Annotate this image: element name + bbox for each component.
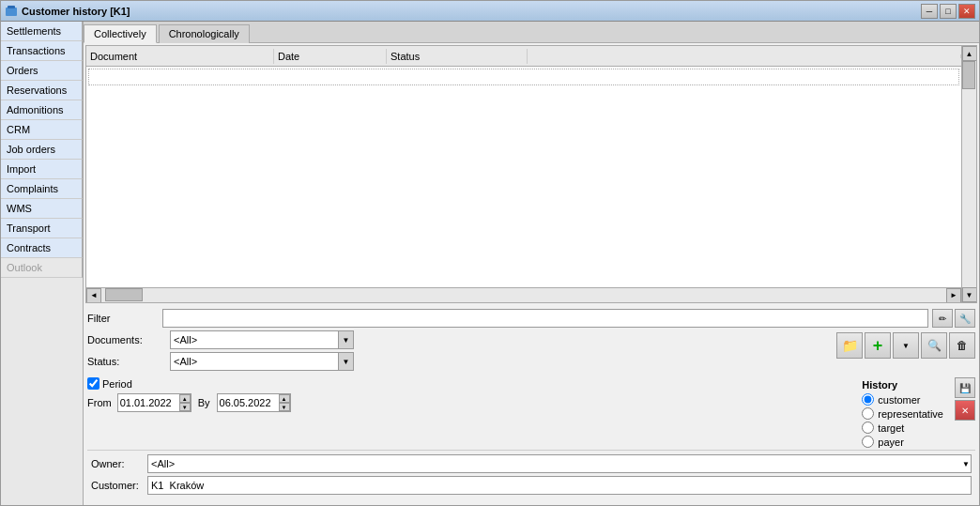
add-button[interactable]: + bbox=[865, 332, 891, 359]
status-input[interactable] bbox=[170, 352, 339, 371]
owner-select[interactable]: <All> bbox=[147, 454, 972, 473]
filter-input[interactable] bbox=[162, 309, 928, 328]
sidebar-item-complaints[interactable]: Complaints bbox=[1, 179, 83, 199]
scroll-left-button[interactable]: ◄ bbox=[86, 288, 101, 303]
scroll-right-button[interactable]: ► bbox=[946, 288, 961, 303]
add-dropdown-button[interactable]: ▼ bbox=[893, 332, 919, 359]
v-scroll-thumb[interactable] bbox=[962, 61, 975, 89]
filter-label: Filter bbox=[87, 313, 162, 324]
from-date-up[interactable]: ▲ bbox=[179, 394, 191, 403]
right-panel: Collectively Chronologically Document Da… bbox=[84, 22, 979, 505]
sidebar-item-transactions[interactable]: Transactions bbox=[1, 41, 83, 61]
history-customer-radio[interactable] bbox=[862, 393, 874, 406]
sidebar-item-reservations[interactable]: Reservations bbox=[1, 81, 83, 100]
main-window: Customer history [K1] ─ □ ✕ Settlements … bbox=[0, 0, 980, 506]
title-bar: Customer history [K1] ─ □ ✕ bbox=[1, 1, 979, 22]
cancel-side-button[interactable]: ✕ bbox=[955, 400, 975, 421]
scroll-down-button[interactable]: ▼ bbox=[962, 287, 977, 302]
v-scroll-track bbox=[962, 61, 976, 287]
period-checkbox[interactable] bbox=[87, 377, 100, 390]
owner-select-wrapper: <All> ▼ bbox=[147, 454, 972, 473]
title-bar-buttons: ─ □ ✕ bbox=[921, 4, 975, 19]
horizontal-scrollbar: ◄ ► bbox=[86, 287, 961, 302]
documents-combo: ▼ bbox=[170, 330, 354, 349]
period-dates-row: From ▲ ▼ By bbox=[87, 393, 854, 412]
sidebar-item-settlements[interactable]: Settlements bbox=[1, 22, 83, 41]
close-button[interactable]: ✕ bbox=[958, 4, 975, 19]
window-icon bbox=[5, 5, 18, 18]
sidebar-item-admonitions[interactable]: Admonitions bbox=[1, 100, 83, 120]
owner-label: Owner: bbox=[91, 458, 147, 469]
delete-button[interactable]: 🗑 bbox=[949, 332, 975, 359]
history-representative-radio[interactable] bbox=[862, 407, 874, 420]
history-radio-group: customer representative target bbox=[862, 393, 943, 448]
sidebar: Settlements Transactions Orders Reservat… bbox=[1, 22, 84, 505]
documents-dropdown-button[interactable]: ▼ bbox=[339, 330, 354, 349]
to-date-up[interactable]: ▲ bbox=[279, 394, 290, 403]
history-section: History customer representative bbox=[854, 377, 951, 450]
tabs-bar: Collectively Chronologically bbox=[84, 22, 979, 43]
column-document: Document bbox=[86, 49, 274, 64]
from-label: From bbox=[87, 397, 112, 408]
dropdown-arrow-icon: ▼ bbox=[902, 342, 910, 350]
status-label: Status: bbox=[87, 356, 162, 367]
history-payer-option[interactable]: payer bbox=[862, 436, 943, 448]
table-area: Document Date Status ◄ bbox=[85, 45, 977, 303]
window-title: Customer history [K1] bbox=[22, 6, 921, 17]
scroll-up-button[interactable]: ▲ bbox=[962, 46, 977, 61]
sidebar-item-contracts[interactable]: Contracts bbox=[1, 238, 83, 258]
tab-collectively[interactable]: Collectively bbox=[84, 24, 157, 43]
folder-button[interactable]: 📁 bbox=[836, 332, 863, 359]
main-content: Settlements Transactions Orders Reservat… bbox=[1, 22, 979, 505]
history-target-option[interactable]: target bbox=[862, 422, 943, 434]
table-header: Document Date Status bbox=[86, 46, 961, 67]
folder-icon: 📁 bbox=[842, 338, 858, 353]
search-button[interactable]: 🔍 bbox=[921, 332, 947, 359]
search-icon: 🔍 bbox=[927, 339, 942, 352]
h-scroll-track bbox=[101, 288, 946, 302]
ok-side-button[interactable]: 💾 bbox=[955, 377, 975, 398]
to-date-down[interactable]: ▼ bbox=[279, 403, 290, 411]
history-target-radio[interactable] bbox=[862, 422, 874, 434]
doc-status-actions: Documents: ▼ Status: ▼ bbox=[87, 330, 975, 374]
sidebar-item-crm[interactable]: CRM bbox=[1, 120, 83, 140]
sidebar-item-import[interactable]: Import bbox=[1, 160, 83, 179]
sidebar-item-job-orders[interactable]: Job orders bbox=[1, 140, 83, 160]
documents-label: Documents: bbox=[87, 334, 162, 345]
history-payer-radio[interactable] bbox=[862, 436, 874, 448]
sidebar-item-wms[interactable]: WMS bbox=[1, 199, 83, 219]
customer-input[interactable] bbox=[147, 476, 972, 495]
status-combo: ▼ bbox=[170, 352, 354, 371]
from-date-down[interactable]: ▼ bbox=[179, 403, 191, 411]
customer-label: Customer: bbox=[91, 480, 147, 491]
bottom-section: Filter ✏ 🔧 Documents bbox=[84, 305, 979, 505]
column-rest bbox=[528, 54, 961, 58]
action-buttons-group: 📁 + ▼ 🔍 🗑 bbox=[836, 330, 975, 359]
table-body bbox=[86, 67, 961, 287]
history-customer-option[interactable]: customer bbox=[862, 393, 943, 406]
history-representative-option[interactable]: representative bbox=[862, 407, 943, 420]
sidebar-item-orders[interactable]: Orders bbox=[1, 61, 83, 81]
to-date-input[interactable] bbox=[218, 394, 279, 411]
svg-rect-1 bbox=[8, 6, 15, 8]
sidebar-item-transport[interactable]: Transport bbox=[1, 219, 83, 238]
filter-buttons: ✏ 🔧 bbox=[932, 309, 975, 328]
column-date: Date bbox=[274, 49, 387, 64]
column-status: Status bbox=[387, 49, 528, 64]
maximize-button[interactable]: □ bbox=[940, 4, 957, 19]
filter-tool-button[interactable]: 🔧 bbox=[955, 309, 975, 328]
period-label: Period bbox=[102, 378, 132, 390]
status-dropdown-button[interactable]: ▼ bbox=[339, 352, 354, 371]
minimize-button[interactable]: ─ bbox=[921, 4, 938, 19]
tool-icon: 🔧 bbox=[959, 314, 971, 324]
to-date-field: ▲ ▼ bbox=[217, 393, 291, 412]
documents-input[interactable] bbox=[170, 330, 339, 349]
tab-chronologically[interactable]: Chronologically bbox=[159, 24, 250, 43]
sidebar-item-outlook[interactable]: Outlook bbox=[1, 258, 83, 278]
side-buttons: 💾 ✕ bbox=[955, 377, 975, 421]
from-date-input[interactable] bbox=[118, 394, 179, 411]
vertical-scrollbar: ▲ ▼ bbox=[961, 46, 976, 302]
filter-edit-button[interactable]: ✏ bbox=[932, 309, 953, 328]
from-date-field: ▲ ▼ bbox=[117, 393, 191, 412]
h-scroll-thumb[interactable] bbox=[105, 288, 143, 301]
